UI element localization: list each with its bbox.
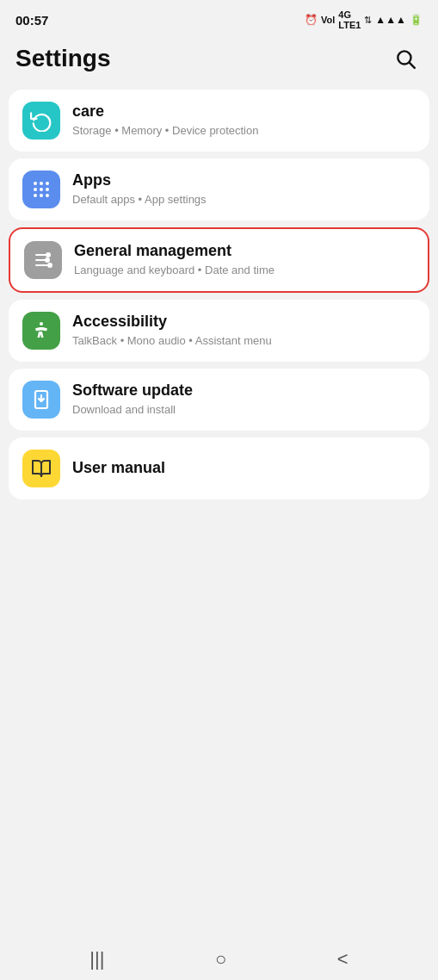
apps-subtitle: Default apps • App settings [72, 192, 416, 208]
header: Settings [0, 34, 438, 86]
status-bar: 00:57 ⏰ Vol 4GLTE1 ⇅ ▲▲▲ 🔋 [0, 0, 438, 34]
apps-text: AppsDefault apps • App settings [72, 171, 416, 208]
svg-point-10 [46, 194, 49, 197]
settings-item-apps[interactable]: AppsDefault apps • App settings [9, 158, 429, 220]
svg-point-5 [34, 188, 37, 191]
care-text: careStorage • Memory • Device protection [72, 102, 416, 140]
care-title: care [72, 102, 416, 121]
svg-point-6 [40, 188, 43, 191]
bottom-nav: ||| ○ < [0, 939, 438, 980]
back-button[interactable]: < [337, 948, 349, 971]
settings-item-user-manual[interactable]: User manual [9, 437, 429, 499]
software-update-icon [22, 381, 60, 419]
vol-indicator: Vol [321, 15, 335, 25]
software-update-title: Software update [72, 381, 416, 400]
settings-item-software-update[interactable]: Software updateDownload and install [9, 369, 429, 431]
page-title: Settings [15, 45, 110, 72]
svg-line-1 [410, 63, 415, 68]
status-time: 00:57 [15, 13, 48, 28]
svg-point-17 [40, 322, 43, 326]
svg-point-4 [46, 182, 49, 185]
search-button[interactable] [388, 41, 423, 76]
care-icon [22, 102, 60, 140]
user-manual-icon [22, 450, 60, 487]
user-manual-text: User manual [72, 459, 416, 478]
accessibility-subtitle: TalkBack • Mono audio • Assistant menu [72, 333, 416, 349]
settings-item-general-management[interactable]: General managementLanguage and keyboard … [9, 227, 429, 293]
software-update-subtitle: Download and install [72, 402, 416, 418]
general-management-text: General managementLanguage and keyboard … [74, 242, 414, 279]
data-arrows: ⇅ [364, 15, 372, 26]
settings-list: careStorage • Memory • Device protection… [0, 86, 438, 503]
svg-point-2 [34, 182, 37, 185]
general-management-subtitle: Language and keyboard • Date and time [74, 263, 414, 278]
recent-apps-button[interactable]: ||| [89, 948, 104, 971]
general-management-icon [24, 241, 62, 279]
svg-point-3 [40, 182, 43, 185]
accessibility-icon [22, 312, 60, 350]
svg-point-15 [46, 258, 49, 262]
svg-point-7 [46, 188, 49, 191]
svg-point-9 [40, 194, 43, 197]
battery-icon: 🔋 [410, 14, 423, 26]
settings-item-care[interactable]: careStorage • Memory • Device protection [9, 90, 429, 152]
network-4g: 4GLTE1 [338, 9, 361, 30]
signal-icon: ▲▲▲ [375, 14, 406, 26]
svg-point-8 [34, 194, 37, 197]
apps-title: Apps [72, 171, 416, 190]
accessibility-title: Accessibility [72, 313, 416, 332]
care-subtitle: Storage • Memory • Device protection [72, 123, 416, 139]
settings-item-accessibility[interactable]: AccessibilityTalkBack • Mono audio • Ass… [9, 300, 429, 362]
user-manual-title: User manual [72, 459, 416, 478]
home-button[interactable]: ○ [215, 948, 226, 971]
svg-point-14 [46, 253, 50, 257]
alarm-icon: ⏰ [305, 14, 318, 26]
svg-point-16 [48, 264, 52, 267]
general-management-title: General management [74, 242, 414, 261]
accessibility-text: AccessibilityTalkBack • Mono audio • Ass… [72, 313, 416, 350]
software-update-text: Software updateDownload and install [72, 381, 416, 419]
status-icons: ⏰ Vol 4GLTE1 ⇅ ▲▲▲ 🔋 [305, 9, 423, 30]
apps-icon [22, 171, 60, 208]
